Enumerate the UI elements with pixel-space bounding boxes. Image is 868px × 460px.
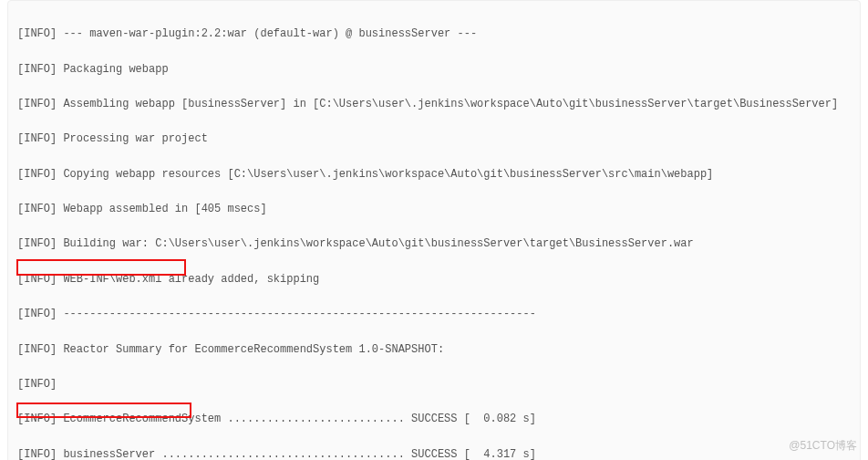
log-line: [INFO] Copying webapp resources [C:\User… — [17, 166, 851, 183]
log-line: [INFO] Processing war project — [17, 131, 851, 148]
log-line: [INFO] Reactor Summary for EcommerceReco… — [17, 341, 851, 359]
log-line: [INFO] — [17, 376, 851, 393]
log-line: [INFO] Packaging webapp — [17, 61, 851, 78]
log-line: [INFO] businessServer ..................… — [17, 446, 851, 460]
log-line: [INFO] WEB-INF\web.xml already added, sk… — [17, 271, 851, 288]
log-line: [INFO] --- maven-war-plugin:2.2:war (def… — [17, 26, 851, 43]
log-line: [INFO] Assembling webapp [businessServer… — [17, 96, 851, 113]
log-line: [INFO] EcommerceRecommendSystem ........… — [17, 411, 851, 428]
log-line: [INFO] Webapp assembled in [405 msecs] — [17, 201, 851, 218]
log-line: [INFO] Building war: C:\Users\user\.jenk… — [17, 235, 851, 253]
log-line: [INFO] ---------------------------------… — [17, 306, 851, 323]
console-output: [INFO] --- maven-war-plugin:2.2:war (def… — [7, 0, 861, 460]
